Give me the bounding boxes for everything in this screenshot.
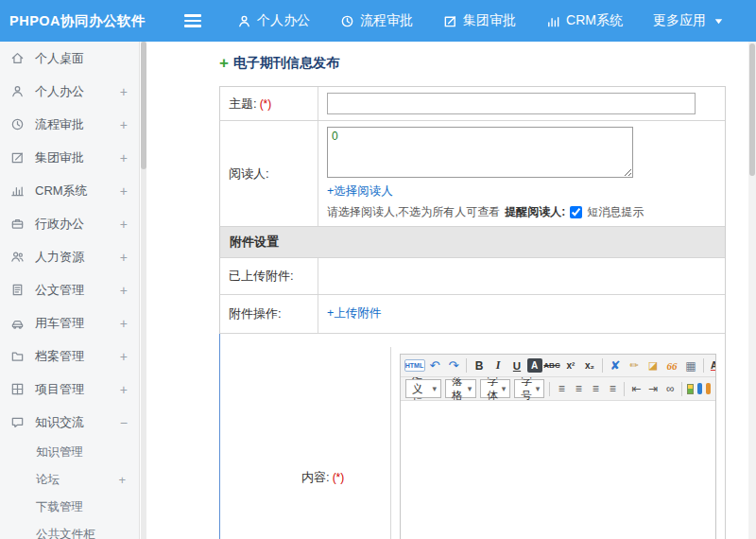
main-content: + 电子期刊信息发布 主题: (*) 阅读人: 0 [146, 42, 748, 539]
content-label: 内容: (*) [293, 347, 390, 539]
person-icon [10, 84, 26, 98]
subject-row: 主题: (*) [219, 87, 725, 121]
select-label: 字号 [521, 377, 532, 401]
align-right-button[interactable]: ≡ [588, 380, 604, 398]
expand-sign: + [120, 84, 128, 99]
remove-format-button[interactable]: ✘ [607, 356, 625, 374]
sidebar-item-vehicles[interactable]: 用车管理 + [0, 306, 139, 339]
strikethrough-button[interactable]: ABC [543, 356, 561, 374]
sidebar-subitem-knowledge-mgmt[interactable]: 知识管理 [0, 439, 139, 466]
sidebar-item-label: 个人办公 [35, 83, 84, 100]
sms-notify-checkbox[interactable] [570, 206, 582, 218]
sidebar-item-personal-office[interactable]: 个人办公 + [0, 75, 139, 108]
subscript-button[interactable]: x₂ [581, 356, 599, 374]
label-text: 内容: [301, 469, 330, 486]
toolbar-separator [466, 358, 467, 373]
expand-sign: + [120, 316, 128, 331]
heading-select[interactable]: 自定义标题 ▾ [405, 379, 441, 398]
align-center-button[interactable]: ≡ [571, 380, 587, 398]
font-color-dropdown[interactable]: A▾ [708, 356, 716, 374]
sidebar-item-label: 知识交流 [35, 414, 84, 431]
sidebar-item-label: 集团审批 [35, 149, 84, 166]
font-size-select[interactable]: 字号 ▾ [514, 379, 544, 398]
briefcase-icon [10, 217, 26, 231]
sidebar-item-workflow-approval[interactable]: 流程审批 + [0, 108, 139, 141]
table-button[interactable]: ▦ [682, 356, 700, 374]
readers-textarea[interactable]: 0 [327, 127, 633, 178]
nav-more-apps[interactable]: 更多应用 [653, 12, 726, 29]
font-background-button[interactable]: A [527, 358, 542, 373]
expand-sign: + [120, 117, 128, 132]
insert-image-button[interactable] [687, 384, 694, 394]
person-icon [237, 14, 251, 28]
link-button[interactable]: ∞ [662, 380, 679, 398]
sidebar-subitem-forum[interactable]: 论坛 + [0, 466, 139, 494]
italic-button[interactable]: I [490, 356, 507, 374]
required-mark: (*) [260, 97, 272, 111]
redo-button[interactable]: ↷ [445, 356, 463, 374]
sidebar-item-label: 用车管理 [35, 315, 84, 332]
toolbar-separator [549, 382, 550, 396]
toolbar-separator [624, 382, 625, 396]
remind-label: 提醒阅读人: [505, 204, 565, 220]
nav-label: 流程审批 [360, 12, 413, 29]
upload-attachment-link[interactable]: +上传附件 [327, 306, 381, 320]
sidebar-item-label: 档案管理 [35, 348, 84, 365]
sidebar-subitem-downloads[interactable]: 下载管理 [0, 494, 139, 521]
align-left-button[interactable]: ≡ [554, 380, 570, 398]
publish-form: 主题: (*) 阅读人: 0 +选择阅读人 请选择阅读人,不选为所有人可查看 [219, 86, 726, 539]
nav-workflow-approval[interactable]: 流程审批 [340, 12, 413, 29]
readers-note: 请选择阅读人,不选为所有人可查看 [327, 204, 500, 220]
sidebar-item-administration[interactable]: 行政办公 + [0, 207, 139, 240]
paragraph-format-select[interactable]: 段落格式 ▾ [445, 379, 476, 398]
content-row: 内容: (*) HTML ↶ ↷ B I U [219, 334, 725, 539]
sidebar-item-hr[interactable]: 人力资源 + [0, 240, 139, 273]
window-scrollbar-thumb[interactable] [749, 43, 755, 176]
nav-crm[interactable]: CRM系统 [546, 12, 623, 29]
document-icon [10, 283, 26, 297]
sidebar-item-crm[interactable]: CRM系统 + [0, 174, 139, 207]
sidebar-subitem-public-cabinet[interactable]: 公共文件柜 [0, 521, 139, 539]
window-scrollbar[interactable] [748, 42, 756, 539]
superscript-button[interactable]: x² [562, 356, 580, 374]
sidebar-item-group-approval[interactable]: 集团审批 + [0, 141, 139, 174]
undo-button[interactable]: ↶ [426, 356, 444, 374]
html-source-button[interactable]: HTML [404, 359, 425, 372]
bold-button[interactable]: B [471, 356, 489, 374]
attachment-op-row: 附件操作: +上传附件 [219, 295, 725, 334]
page-title: + 电子期刊信息发布 [219, 55, 748, 72]
menu-toggle-icon[interactable] [184, 14, 201, 27]
quote-button[interactable]: 66 [663, 356, 681, 374]
select-label: 段落格式 [452, 377, 464, 401]
nav-group-approval[interactable]: 集团审批 [443, 12, 516, 29]
select-label: 字体 [487, 377, 498, 401]
sidebar-item-projects[interactable]: 项目管理 + [0, 373, 139, 406]
select-readers-link[interactable]: +选择阅读人 [327, 184, 393, 198]
sidebar-item-desktop[interactable]: 个人桌面 [0, 42, 139, 75]
sidebar-item-documents[interactable]: 公文管理 + [0, 273, 139, 306]
nav-personal-office[interactable]: 个人办公 [237, 12, 310, 29]
insert-flash-button[interactable] [697, 383, 702, 394]
highlight-button[interactable]: ◪ [644, 356, 662, 374]
app-logo: PHPOA协同办公软件 [0, 12, 146, 30]
toolbar-separator [602, 358, 603, 373]
label-text: 已上传附件: [229, 268, 294, 285]
editor-content-area[interactable] [401, 401, 715, 539]
editor-toolbar-2: 自定义标题 ▾ 段落格式 ▾ 字体 ▾ [401, 377, 715, 401]
sms-label: 短消息提示 [587, 204, 644, 220]
label-text: 主题: [229, 96, 257, 113]
sidebar-item-knowledge[interactable]: 知识交流 − [0, 406, 139, 439]
chevron-down-icon: ▾ [502, 384, 507, 393]
indent-button[interactable]: ⇥ [645, 380, 662, 398]
underline-button[interactable]: U [508, 356, 526, 374]
outdent-button[interactable]: ⇤ [628, 380, 644, 398]
align-justify-button[interactable]: ≡ [605, 380, 621, 398]
format-painter-button[interactable]: ✏ [626, 356, 644, 374]
sidebar-item-archives[interactable]: 档案管理 + [0, 339, 139, 373]
sidebar-item-label: 个人桌面 [35, 50, 84, 67]
insert-media-button[interactable] [706, 383, 711, 394]
sidebar-item-label: 人力资源 [35, 249, 84, 266]
subject-input[interactable] [327, 93, 696, 114]
sidebar: 个人桌面 个人办公 + 流程审批 + 集团审批 + CRM系统 + 行政办公 +… [0, 42, 140, 539]
font-family-select[interactable]: 字体 ▾ [480, 379, 510, 398]
